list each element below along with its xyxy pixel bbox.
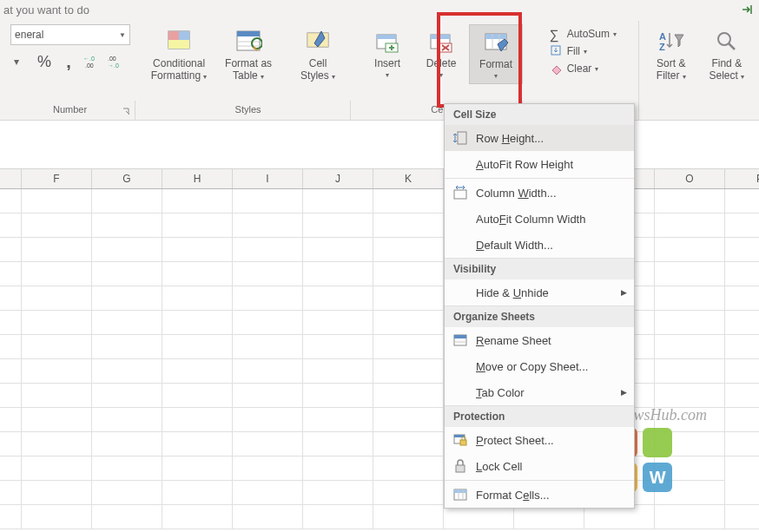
share-icon[interactable] [740, 2, 756, 20]
menu-hide-label: Hide & Unhide [476, 286, 614, 299]
find-select-button[interactable]: Find &Select ▾ [701, 24, 753, 87]
menu-default-width-label: Default Width... [476, 239, 627, 252]
number-format-combo[interactable]: eneral ▼ [10, 24, 130, 45]
percent-style-button[interactable]: % [35, 52, 54, 71]
col-header-P[interactable]: P [725, 169, 759, 188]
ribbon: at you want to do eneral ▼ ▾ [0, 0, 759, 121]
lock-icon [452, 457, 469, 475]
grid[interactable] [0, 189, 759, 529]
col-header-F[interactable]: F [22, 169, 92, 188]
chevron-down-icon: ▾ [439, 71, 443, 79]
submenu-arrow-icon: ▶ [621, 388, 627, 397]
col-header-G[interactable]: G [92, 169, 162, 188]
comma-style-button[interactable]: , [59, 52, 78, 71]
menu-lock-label: Lock Cell [476, 460, 627, 473]
menu-lock-cell[interactable]: Lock Cell [445, 453, 634, 479]
svg-text:Z: Z [659, 42, 665, 52]
menu-section-cell-size: Cell Size [445, 104, 634, 125]
fill-down-icon [550, 44, 564, 58]
delete-button[interactable]: Delete ▾ [415, 24, 467, 82]
column-width-icon [452, 184, 469, 201]
menu-column-width[interactable]: Column Width... [445, 180, 634, 206]
format-dropdown-menu: Cell Size Row Height... AutoFit Row Heig… [444, 103, 635, 509]
svg-rect-10 [237, 31, 260, 36]
menu-rename-sheet[interactable]: Rename Sheet [445, 327, 634, 353]
conditional-formatting-label: ConditionalFormatting ▾ [151, 57, 208, 83]
svg-rect-26 [485, 34, 506, 39]
sigma-icon: ∑ [550, 27, 564, 41]
conditional-formatting-icon [165, 28, 193, 56]
fill-button[interactable]: Fill ▾ [548, 43, 618, 59]
menu-autofit-row-label: AutoFit Row Height [476, 158, 627, 171]
svg-rect-36 [454, 335, 466, 338]
svg-text:.00: .00 [108, 56, 116, 62]
menu-autofit-col-label: AutoFit Column Width [476, 213, 627, 226]
svg-rect-7 [179, 31, 189, 40]
insert-button[interactable]: Insert ▾ [361, 24, 413, 82]
menu-protect-sheet[interactable]: Protect Sheet... [445, 427, 634, 453]
chevron-down-icon: ▾ [595, 65, 598, 73]
autosum-button[interactable]: ∑ AutoSum ▾ [548, 26, 618, 42]
conditional-formatting-button[interactable]: ConditionalFormatting ▾ [146, 24, 212, 87]
menu-section-protection: Protection [445, 405, 634, 427]
svg-rect-6 [168, 31, 179, 40]
svg-rect-21 [431, 35, 450, 39]
chevron-down-icon: ▾ [584, 48, 587, 56]
format-as-table-label: Format asTable ▾ [225, 57, 272, 83]
col-header-K[interactable]: K [373, 169, 444, 188]
menu-move-copy-sheet[interactable]: Move or Copy Sheet... [445, 353, 634, 379]
styles-group-label: Styles [235, 104, 261, 115]
svg-text:A: A [659, 31, 666, 42]
menu-row-height-label: Row Height... [476, 132, 627, 145]
clear-button[interactable]: Clear ▾ [548, 61, 618, 76]
find-select-label: Find &Select ▾ [709, 57, 744, 83]
col-header-H[interactable]: H [162, 169, 233, 188]
menu-format-cells-label: Format Cells... [476, 489, 627, 502]
col-header-J[interactable]: J [303, 169, 373, 188]
menu-format-cells[interactable]: Format Cells... [445, 482, 634, 508]
col-header-O[interactable]: O [655, 169, 725, 188]
col-header-I[interactable]: I [233, 169, 303, 188]
menu-section-visibility: Visibility [445, 258, 634, 279]
chevron-down-icon: ▾ [613, 30, 617, 38]
chevron-down-icon: ▼ [119, 31, 126, 39]
find-select-icon [713, 28, 741, 56]
sort-filter-button[interactable]: AZ Sort &Filter ▾ [645, 24, 697, 87]
sort-filter-icon: AZ [657, 28, 685, 56]
row-height-icon [452, 129, 469, 147]
format-icon [482, 29, 510, 56]
number-format-value: eneral [15, 29, 43, 41]
dialog-launcher-icon[interactable] [122, 108, 131, 116]
svg-rect-8 [168, 40, 189, 49]
insert-label: Insert [374, 57, 400, 69]
format-cells-icon [452, 486, 469, 503]
delete-icon [427, 28, 455, 56]
cell-styles-button[interactable]: CellStyles ▾ [285, 24, 351, 87]
delete-label: Delete [426, 57, 457, 69]
cell-styles-icon [304, 28, 332, 56]
svg-text:→.0: →.0 [108, 62, 119, 69]
format-button[interactable]: Format ▾ [469, 24, 523, 84]
protect-sheet-icon [452, 431, 469, 449]
tell-me-box[interactable]: at you want to do [0, 0, 93, 18]
column-headers[interactable]: F G H I J K O P [0, 168, 759, 189]
decrease-decimal-button[interactable]: .00→.0 [108, 52, 127, 71]
menu-tab-color[interactable]: Tab Color ▶ [445, 379, 634, 405]
menu-autofit-row-height[interactable]: AutoFit Row Height [445, 151, 634, 177]
clear-label: Clear [567, 62, 592, 75]
menu-hide-unhide[interactable]: Hide & Unhide ▶ [445, 279, 634, 305]
menu-row-height[interactable]: Row Height... [445, 125, 634, 151]
menu-default-width[interactable]: Default Width... [445, 232, 634, 258]
format-label: Format [479, 58, 512, 70]
format-as-table-icon [234, 28, 262, 56]
increase-decimal-button[interactable]: ←.0.00 [83, 52, 102, 71]
svg-rect-43 [454, 489, 466, 493]
svg-text:▾: ▾ [14, 56, 19, 68]
cell-styles-label: CellStyles ▾ [300, 57, 335, 83]
format-as-table-button[interactable]: Format asTable ▾ [215, 24, 281, 87]
menu-autofit-column-width[interactable]: AutoFit Column Width [445, 206, 634, 232]
rename-sheet-icon [452, 332, 469, 349]
menu-rename-label: Rename Sheet [476, 334, 627, 347]
chevron-down-icon: ▾ [386, 71, 389, 79]
accounting-format-button[interactable]: ▾ [10, 52, 30, 71]
